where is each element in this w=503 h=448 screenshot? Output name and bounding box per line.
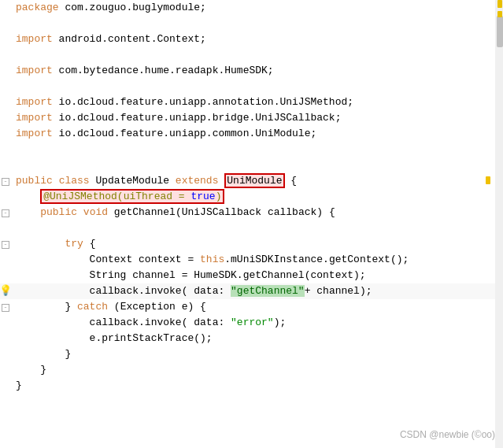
watermark: CSDN @newbie (©oo) xyxy=(400,429,495,440)
line-content: @UniJSMethod(uiThread = true) xyxy=(11,189,503,205)
line-content: } xyxy=(11,378,503,394)
line-content: } xyxy=(11,346,503,362)
extends-highlight: UniModule xyxy=(224,173,284,188)
code-line: } xyxy=(0,378,503,394)
annotation-highlight: @UniJSMethod(uiThread = true) xyxy=(40,189,224,204)
line-content xyxy=(11,142,503,157)
line-content: try { xyxy=(11,236,503,252)
code-line: } xyxy=(0,362,503,378)
annotation-line: @UniJSMethod(uiThread = true) xyxy=(0,189,503,205)
yellow-indicator xyxy=(486,176,490,184)
string-highlight: "getChannel" xyxy=(231,285,305,297)
gutter: - xyxy=(0,304,11,312)
line-content: public void getChannel(UniJSCallback cal… xyxy=(11,205,503,220)
line-content xyxy=(11,47,503,63)
keyword: try xyxy=(65,238,83,250)
right-indicator xyxy=(486,176,492,184)
keyword: this xyxy=(200,254,224,265)
code-line: - } catch (Exception e) { xyxy=(0,299,503,315)
fold-icon[interactable]: - xyxy=(2,304,9,312)
keyword: public xyxy=(16,175,53,187)
code-line: String channel = HumeSDK.getChannel(cont… xyxy=(0,268,503,283)
bulb-icon: 💡 xyxy=(0,283,12,299)
change-indicator xyxy=(497,0,502,8)
code-line xyxy=(0,157,503,173)
code-line xyxy=(0,47,503,63)
line-content: String channel = HumeSDK.getChannel(cont… xyxy=(11,268,503,283)
code-line: - public class UpdateModule extends UniM… xyxy=(0,173,503,189)
gutter: 💡 xyxy=(0,283,11,299)
gutter: - xyxy=(0,178,11,186)
line-content: Context context = this.mUniSDKInstance.g… xyxy=(11,252,503,268)
code-line: import android.content.Context; xyxy=(0,31,503,47)
gutter: - xyxy=(0,241,11,249)
keyword: public xyxy=(40,206,77,218)
editor-container: package com.zouguo.buglymodule; import a… xyxy=(0,0,503,448)
code-line: import io.dcloud.feature.uniapp.annotati… xyxy=(0,94,503,110)
keyword: package xyxy=(16,2,59,13)
code-line: package com.zouguo.buglymodule; xyxy=(0,0,503,16)
keyword: extends xyxy=(176,175,219,187)
line-content: import android.content.Context; xyxy=(11,31,503,47)
line-content: e.printStackTrace(); xyxy=(11,331,503,346)
string: "error" xyxy=(231,317,274,328)
line-content xyxy=(11,79,503,94)
line-content: } catch (Exception e) { xyxy=(11,299,503,315)
line-content: import io.dcloud.feature.uniapp.annotati… xyxy=(11,94,503,110)
line-content xyxy=(11,16,503,31)
line-content: callback.invoke( data: "error"); xyxy=(11,315,503,331)
keyword: import xyxy=(16,65,53,76)
keyword: import xyxy=(16,128,53,139)
code-line: } xyxy=(0,346,503,362)
line-content xyxy=(11,220,503,236)
gutter: - xyxy=(0,209,11,217)
code-line: import com.bytedance.hume.readapk.HumeSD… xyxy=(0,63,503,79)
line-content xyxy=(11,157,503,173)
code-line xyxy=(0,79,503,94)
scrollbar[interactable] xyxy=(495,0,503,448)
scrollbar-thumb[interactable] xyxy=(497,16,503,47)
code-line xyxy=(0,220,503,236)
code-line xyxy=(0,142,503,157)
code-line: callback.invoke( data: "error"); xyxy=(0,315,503,331)
fold-icon[interactable]: - xyxy=(2,209,9,217)
code-line: Context context = this.mUniSDKInstance.g… xyxy=(0,252,503,268)
keyword: void xyxy=(83,206,108,218)
fold-icon[interactable]: - xyxy=(2,241,9,249)
code-line: import io.dcloud.feature.uniapp.common.U… xyxy=(0,126,503,142)
catch-keyword: catch xyxy=(77,301,108,313)
line-content: import io.dcloud.feature.uniapp.bridge.U… xyxy=(11,110,503,126)
code-line: import io.dcloud.feature.uniapp.bridge.U… xyxy=(0,110,503,126)
code-line xyxy=(0,16,503,31)
keyword: import xyxy=(16,33,53,45)
keyword: import xyxy=(16,96,53,108)
code-area: package com.zouguo.buglymodule; import a… xyxy=(0,0,503,394)
line-content: public class UpdateModule extends UniMod… xyxy=(11,173,503,189)
keyword: class xyxy=(59,175,90,187)
line-content: package com.zouguo.buglymodule; xyxy=(11,0,503,16)
code-line: 💡 callback.invoke( data: "getChannel"+ c… xyxy=(0,283,503,299)
line-content: import io.dcloud.feature.uniapp.common.U… xyxy=(11,126,503,142)
true-keyword: true xyxy=(190,191,215,202)
fold-icon[interactable]: - xyxy=(2,178,9,186)
code-line: - public void getChannel(UniJSCallback c… xyxy=(0,205,503,220)
code-line: e.printStackTrace(); xyxy=(0,331,503,346)
line-content: import com.bytedance.hume.readapk.HumeSD… xyxy=(11,63,503,79)
code-line: - try { xyxy=(0,236,503,252)
keyword: import xyxy=(16,112,53,124)
change-indicator xyxy=(497,11,502,17)
line-content: callback.invoke( data: "getChannel"+ cha… xyxy=(11,283,503,299)
line-content: } xyxy=(11,362,503,378)
